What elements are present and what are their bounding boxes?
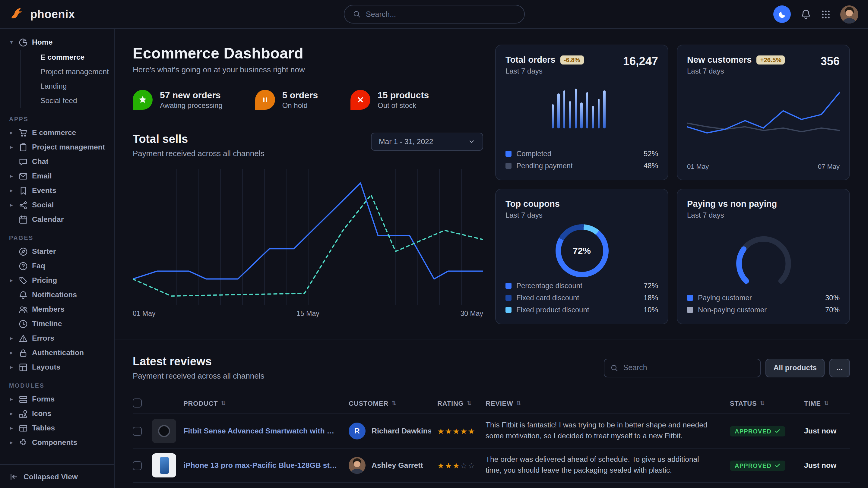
chevron-right-icon[interactable]: ▸ bbox=[8, 440, 14, 446]
sidebar-item-chat[interactable]: Chat bbox=[8, 154, 107, 169]
total-sells-chart-svg bbox=[133, 169, 483, 305]
chevron-right-icon[interactable]: ▸ bbox=[8, 130, 14, 136]
chevron-right-icon[interactable]: ▸ bbox=[8, 188, 14, 194]
legend-label: Percentage discount bbox=[516, 282, 582, 290]
stat-caption: Out of stock bbox=[378, 101, 429, 110]
clock-icon bbox=[19, 319, 28, 328]
sidebar-item-label: Chat bbox=[32, 157, 49, 166]
sidebar-item-notifications[interactable]: Notifications bbox=[8, 288, 107, 302]
column-header-time[interactable]: TIME⇅ bbox=[804, 399, 850, 406]
chevron-right-icon[interactable]: ▸ bbox=[8, 350, 14, 356]
sidebar-item-e-commerce[interactable]: E commerce bbox=[21, 50, 107, 65]
product-image-watch[interactable] bbox=[152, 419, 176, 443]
sidebar-item-project-management[interactable]: Project management bbox=[21, 65, 107, 79]
chevron-right-icon[interactable]: ▸ bbox=[8, 202, 14, 208]
sidebar-item-e-commerce[interactable]: ▸E commerce bbox=[8, 125, 107, 140]
stat-value: 15 products bbox=[378, 90, 429, 100]
card-title: New customers bbox=[687, 55, 752, 65]
sidebar-item-social[interactable]: ▸Social bbox=[8, 198, 107, 212]
legend-label: Pending payment bbox=[516, 162, 573, 170]
customer-name[interactable]: Richard Dawkins bbox=[372, 427, 431, 435]
sidebar-item-authentication[interactable]: ▸Authentication bbox=[8, 346, 107, 360]
sidebar-item-members[interactable]: Members bbox=[8, 302, 107, 317]
notifications-button[interactable] bbox=[801, 9, 811, 20]
column-header-review[interactable]: REVIEW⇅ bbox=[486, 399, 730, 406]
sidebar-item-social-feed[interactable]: Social feed bbox=[21, 93, 107, 108]
sidebar-item-icons[interactable]: ▸Icons bbox=[8, 406, 107, 421]
star-filled-icon: ★ bbox=[468, 426, 475, 435]
pause-icon bbox=[260, 95, 270, 104]
chevron-right-icon[interactable]: ▸ bbox=[8, 277, 14, 283]
chevron-right-icon[interactable]: ▸ bbox=[8, 335, 14, 341]
sidebar-item-label: E commerce bbox=[32, 128, 76, 137]
new-customers-x-axis: 01 May07 May bbox=[687, 159, 840, 170]
app-root: phoenix ▾HomeE commerceProject managemen… bbox=[0, 0, 868, 488]
sidebar-item-starter[interactable]: Starter bbox=[8, 244, 107, 259]
product-link[interactable]: iPhone 13 pro max-Pacific Blue-128GB sto… bbox=[183, 461, 338, 469]
row-checkbox[interactable] bbox=[133, 461, 142, 470]
card-period: Last 7 days bbox=[505, 211, 560, 220]
legend-label: Completed bbox=[516, 150, 551, 158]
sidebar-item-events[interactable]: ▸Events bbox=[8, 183, 107, 198]
reviews-controls: All products ... bbox=[604, 358, 850, 377]
alert-icon bbox=[19, 334, 28, 343]
sidebar-item-pricing[interactable]: ▸Pricing bbox=[8, 273, 107, 288]
more-options-button[interactable]: ... bbox=[829, 358, 850, 377]
bookmark-icon bbox=[19, 186, 28, 195]
sidebar-item-home[interactable]: ▾Home bbox=[8, 35, 107, 50]
navbar-search[interactable] bbox=[343, 5, 525, 24]
column-header-product[interactable]: PRODUCT⇅ bbox=[152, 399, 349, 406]
date-range-select[interactable]: Mar 1 - 31, 2022 bbox=[371, 133, 483, 151]
reviews-table-header: PRODUCT⇅CUSTOMER⇅RATING⇅REVIEW⇅STATUS⇅TI… bbox=[133, 392, 850, 414]
customer-name[interactable]: Ashley Garrett bbox=[372, 461, 423, 469]
legend-item: Fixed product discount10% bbox=[505, 306, 658, 314]
star-empty-icon: ☆ bbox=[460, 461, 467, 470]
sidebar-item-timeline[interactable]: Timeline bbox=[8, 317, 107, 331]
sidebar-item-label: Starter bbox=[32, 247, 56, 256]
chevron-right-icon[interactable]: ▸ bbox=[8, 173, 14, 179]
bar bbox=[586, 92, 588, 128]
customer-avatar-initial[interactable]: R bbox=[349, 423, 366, 440]
customer-avatar-photo[interactable] bbox=[349, 457, 366, 474]
sidebar-item-project-management[interactable]: ▸Project management bbox=[8, 140, 107, 154]
chevron-right-icon[interactable]: ▸ bbox=[8, 144, 14, 150]
column-header-rating[interactable]: RATING⇅ bbox=[437, 399, 486, 406]
product-link[interactable]: Fitbit Sense Advanced Smartwatch with To… bbox=[183, 427, 338, 435]
collapsed-view-toggle[interactable]: Collapsed View bbox=[0, 464, 114, 488]
chevron-right-icon[interactable]: ▸ bbox=[8, 364, 14, 370]
theme-toggle-button[interactable] bbox=[773, 5, 791, 23]
sidebar-item-components[interactable]: ▸Components bbox=[8, 435, 107, 450]
sidebar-item-tables[interactable]: ▸Tables bbox=[8, 421, 107, 435]
legend-value: 18% bbox=[644, 294, 658, 302]
cross-icon bbox=[356, 95, 365, 104]
caret-down-icon[interactable]: ▾ bbox=[8, 39, 14, 45]
reviews-search[interactable] bbox=[604, 358, 761, 377]
puzzle-icon bbox=[19, 438, 28, 447]
column-header-status[interactable]: STATUS⇅ bbox=[730, 399, 804, 406]
brand[interactable]: phoenix bbox=[10, 6, 75, 22]
select-all-checkbox[interactable] bbox=[133, 398, 142, 408]
search-input[interactable] bbox=[366, 10, 516, 19]
sidebar-item-layouts[interactable]: ▸Layouts bbox=[8, 360, 107, 375]
stat-caption: Awating processing bbox=[160, 101, 223, 110]
sidebar-item-email[interactable]: ▸Email bbox=[8, 169, 107, 183]
reviews-search-input[interactable] bbox=[623, 363, 754, 372]
sidebar-item-errors[interactable]: ▸Errors bbox=[8, 331, 107, 346]
sidebar-item-faq[interactable]: Faq bbox=[8, 259, 107, 273]
apps-menu-button[interactable] bbox=[821, 9, 831, 19]
chevron-right-icon[interactable]: ▸ bbox=[8, 396, 14, 402]
column-header-customer[interactable]: CUSTOMER⇅ bbox=[349, 399, 437, 406]
sort-icon: ⇅ bbox=[221, 400, 226, 406]
chevron-right-icon[interactable]: ▸ bbox=[8, 425, 14, 431]
calendar-icon bbox=[19, 215, 28, 224]
sidebar-item-calendar[interactable]: Calendar bbox=[8, 212, 107, 227]
row-checkbox[interactable] bbox=[133, 426, 142, 435]
chevron-right-icon[interactable]: ▸ bbox=[8, 411, 14, 417]
all-products-button[interactable]: All products bbox=[766, 358, 825, 377]
sidebar-item-landing[interactable]: Landing bbox=[21, 79, 107, 93]
product-cell: Fitbit Sense Advanced Smartwatch with To… bbox=[152, 419, 349, 443]
user-avatar[interactable] bbox=[840, 5, 858, 23]
paying-vs-non-paying-card: Paying vs non paying Last 7 days Paying … bbox=[677, 189, 850, 324]
sidebar-item-forms[interactable]: ▸Forms bbox=[8, 392, 107, 406]
product-image-phone[interactable] bbox=[152, 453, 176, 478]
